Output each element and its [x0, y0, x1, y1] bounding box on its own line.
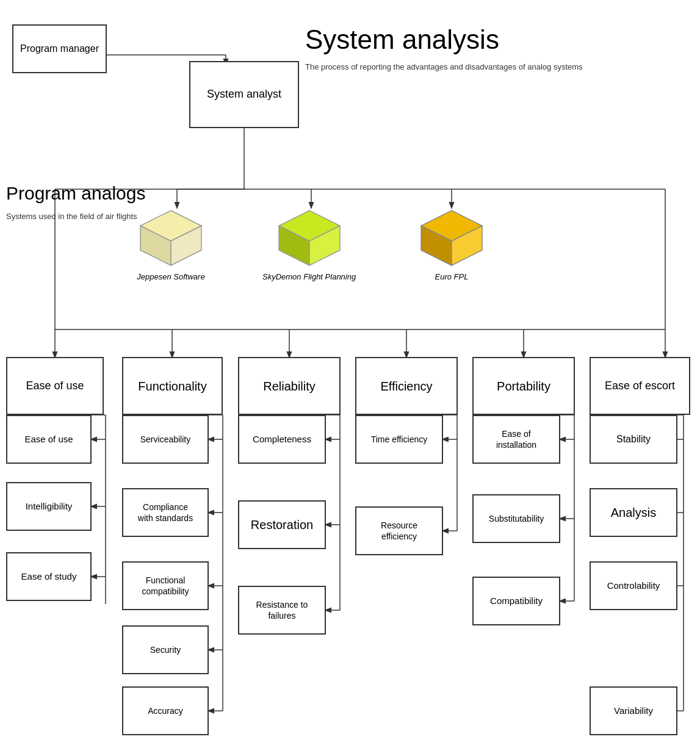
- sub-restoration: Restoration: [238, 500, 326, 549]
- system-analysis-subtitle: The process of reporting the advantages …: [305, 61, 583, 74]
- sub-serviceability: Serviceability: [122, 415, 209, 464]
- cube-skydemon-label: SkyDemon Flight Planning: [262, 272, 356, 281]
- sub-stability: Stability: [590, 415, 677, 464]
- cat-ease-of-use: Ease of use: [6, 357, 104, 415]
- sub-controlability: Controlability: [590, 561, 677, 610]
- cube-skydemon: SkyDemon Flight Planning: [262, 207, 356, 281]
- cat-ease-of-escort: Ease of escort: [590, 357, 690, 415]
- sub-time-efficiency: Time efficiency: [355, 415, 443, 464]
- reliability-label: Reliability: [263, 378, 316, 394]
- sub-compatibility: Compatibility: [472, 577, 560, 625]
- sub-compliance: Compliancewith standards: [122, 488, 209, 537]
- sub-intelligibility: Intelligibility: [6, 482, 92, 531]
- program-analogs-title: Program analogs: [6, 183, 145, 204]
- cube-jeppesen: Jeppesen Software: [134, 207, 207, 281]
- sub-functional-compat: Functionalcompatibility: [122, 561, 209, 610]
- sub-accuracy: Accuracy: [122, 686, 209, 735]
- cube-eurofpl-label: Euro FPL: [435, 272, 469, 281]
- cube-jeppesen-label: Jeppesen Software: [137, 272, 204, 281]
- sub-analysis: Analysis: [590, 488, 677, 537]
- sub-substitutability: Substitutability: [472, 494, 560, 543]
- cat-efficiency: Efficiency: [355, 357, 458, 415]
- system-analyst-label: System analyst: [207, 87, 281, 101]
- sub-resistance: Resistance tofailures: [238, 586, 326, 635]
- sub-ease-of-study: Ease of study: [6, 552, 92, 601]
- sub-completeness: Completeness: [238, 415, 326, 464]
- cat-reliability: Reliability: [238, 357, 341, 415]
- sub-ease-installation: Ease ofinstallation: [472, 415, 560, 464]
- program-manager-label: Program manager: [20, 43, 99, 56]
- system-analysis-title: System analysis: [305, 24, 499, 55]
- cat-portability: Portability: [472, 357, 575, 415]
- cat-functionality: Functionality: [122, 357, 223, 415]
- cube-eurofpl: Euro FPL: [415, 207, 488, 281]
- sub-security: Security: [122, 625, 209, 674]
- system-analyst-box: System analyst: [189, 61, 299, 128]
- sub-resource-efficiency: Resourceefficiency: [355, 506, 443, 555]
- sub-ease-of-use-1: Ease of use: [6, 415, 92, 464]
- sub-variability: Variability: [590, 686, 677, 735]
- program-analogs-subtitle: Systems used in the field of air flights: [6, 211, 137, 223]
- portability-label: Portability: [497, 378, 550, 394]
- program-manager-box: Program manager: [12, 24, 107, 73]
